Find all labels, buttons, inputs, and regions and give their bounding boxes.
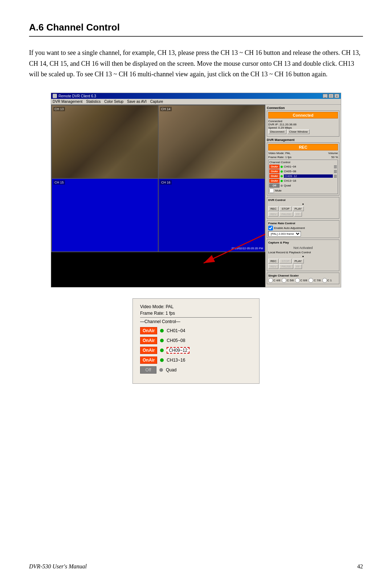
- play-ctrl-btn[interactable]: PLAY: [293, 206, 304, 211]
- menu-save-as-avi[interactable]: Save as AVI: [127, 100, 147, 104]
- dot-2: [281, 175, 283, 177]
- menu-capture[interactable]: Capture: [150, 100, 163, 104]
- dvr-ip-row: DVR IP: 211.20.36.66: [268, 123, 338, 126]
- window-title: Remote DVR Client 6.3: [58, 94, 96, 98]
- scaler-options: C 4/8 C 5/8 C 6/8 C 7/8: [268, 278, 338, 283]
- close-button[interactable]: ×: [334, 94, 339, 98]
- mute-checkbox[interactable]: [269, 188, 274, 193]
- ch-label-2: CH09~12: [284, 174, 333, 178]
- mag-off-4[interactable]: Off: [140, 366, 156, 374]
- ch-label-0: CH01~04: [284, 165, 333, 168]
- channel-row-1: OnAir CH05~08: [269, 169, 337, 173]
- page-footer: DVR-530 User's Manual 42: [29, 563, 363, 570]
- local-ff-btn[interactable]: FF: [294, 264, 302, 269]
- pause-ctrl-btn[interactable]: PAUSE: [279, 212, 293, 217]
- stop-ctrl-btn[interactable]: STOP: [279, 206, 292, 211]
- scaler-label-2: C 6/8: [300, 279, 307, 282]
- scaler-label-3: C 7/8: [314, 279, 320, 282]
- mag-onair-0[interactable]: OnAir: [140, 327, 157, 334]
- mag-video-mode: Video Mode: PAL: [140, 304, 252, 309]
- onair-btn-3[interactable]: OnAir: [269, 179, 279, 183]
- mag-ch-label-4: Quad: [166, 367, 176, 372]
- mag-onair-3[interactable]: OnAir: [140, 357, 157, 364]
- dvr-window: Remote DVR Client 6.3 _ □ × DVR Manageme…: [51, 93, 341, 287]
- mag-dot-4: [159, 368, 163, 372]
- connection-buttons: Disconnect Close Window: [268, 129, 338, 134]
- magnified-callout: Video Mode: PAL Frame Rate: 1 fps —Chann…: [132, 298, 260, 384]
- menu-color-setup[interactable]: Color Setup: [104, 100, 123, 104]
- scaler-radio-4[interactable]: [322, 278, 327, 283]
- connection-status-text: Connected: [268, 120, 338, 123]
- minimize-button[interactable]: _: [323, 94, 328, 98]
- volume-value: 50 %: [331, 156, 338, 159]
- video-cell-ch13[interactable]: CH 13: [52, 105, 158, 178]
- rec-ctrl-btn[interactable]: REC: [268, 206, 279, 211]
- video-cell-ch15[interactable]: CH 15: [52, 179, 158, 251]
- local-pause-btn[interactable]: PAUSE: [279, 264, 293, 269]
- menu-statistics[interactable]: Statistics: [86, 100, 101, 104]
- video-mode-text: Video Mode: PAL: [268, 152, 291, 155]
- mag-channel-row-0: OnAir CH01~04: [140, 327, 252, 334]
- off-btn-4[interactable]: Off: [269, 184, 279, 188]
- dvr-ip-label: DVR IP:: [268, 123, 279, 126]
- scaler-radio-3[interactable]: [309, 278, 313, 283]
- page-title: A.6 Channel Control: [29, 22, 363, 37]
- ch-label-4: Quad: [284, 184, 337, 187]
- rec-button[interactable]: REC: [268, 144, 338, 150]
- ch13-label: CH 13: [53, 107, 65, 111]
- scaler-label-1: C 5/8: [287, 279, 294, 282]
- scaler-option-3[interactable]: C 7/8: [309, 278, 320, 283]
- local-play-btn[interactable]: PLAY: [293, 259, 304, 263]
- scaler-option-0[interactable]: C 4/8: [268, 278, 280, 283]
- ch15-label: CH 15: [53, 180, 65, 185]
- speed-row: Speed: 0.29 Mbps: [268, 126, 338, 129]
- scaler-option-2[interactable]: C 6/8: [295, 278, 307, 283]
- dvr-control-panel: DVR Control ● REC STOP PLAY REV PAUSE FF: [267, 197, 339, 219]
- scaler-radio-0[interactable]: [268, 278, 273, 283]
- connected-status: Connected: [268, 112, 338, 118]
- screenshot-container: Remote DVR Client 6.3 _ □ × DVR Manageme…: [51, 93, 341, 287]
- disconnect-button[interactable]: Disconnect: [268, 129, 286, 134]
- mag-onair-2[interactable]: OnAir: [140, 347, 157, 354]
- dvr-menubar: DVR Management Statistics Color Setup Sa…: [51, 99, 341, 105]
- titlebar-controls[interactable]: _ □ ×: [323, 94, 339, 98]
- local-stop-btn[interactable]: STOP: [279, 259, 292, 263]
- mag-dot-1: [160, 339, 164, 342]
- video-cell-ch14[interactable]: CH 14: [159, 105, 265, 178]
- frame-rate-select[interactable]: [PAL] 2.003 frames/sec: [268, 231, 301, 237]
- scaler-option-4[interactable]: C 1: [322, 278, 332, 283]
- speed-value: 0.29 Mbps: [278, 126, 292, 129]
- onair-btn-2[interactable]: OnAir: [269, 174, 279, 178]
- maximize-button[interactable]: □: [328, 94, 334, 98]
- local-ctrl-row2: REV PAUSE FF: [268, 264, 338, 269]
- mag-dot-3: [160, 358, 164, 362]
- dot-3: [281, 180, 283, 182]
- dvr-management-panel: REC Video Mode: PAL Volume Frame Rate: 1…: [267, 142, 339, 196]
- dvr-ip-value: 211.20.36.66: [279, 123, 297, 126]
- titlebar-left: Remote DVR Client 6.3: [53, 94, 96, 98]
- frame-rate-control-panel: Frame Rate Control Enable Auto Adjustmen…: [267, 220, 339, 238]
- scaler-radio-1[interactable]: [282, 278, 286, 283]
- close-window-button[interactable]: Close Window: [287, 129, 310, 134]
- channel-row-3: OnAir CH13~16: [269, 179, 337, 183]
- video-cell-ch16[interactable]: CH 16 2005/02/22 05:05:35 PM: [159, 179, 265, 251]
- enable-auto-row: Enable Auto Adjustment: [268, 226, 338, 230]
- slider-2: [334, 175, 337, 178]
- enable-auto-checkbox[interactable]: [268, 226, 273, 230]
- ff-ctrl-btn[interactable]: FF: [294, 212, 302, 217]
- rev-ctrl-btn[interactable]: REV: [268, 212, 278, 217]
- dvr-titlebar: Remote DVR Client 6.3 _ □ ×: [51, 93, 341, 99]
- local-rec-btn[interactable]: REC: [268, 259, 279, 263]
- local-rev-btn[interactable]: REV: [268, 264, 278, 269]
- scaler-radio-2[interactable]: [295, 278, 300, 283]
- mag-onair-1[interactable]: OnAir: [140, 337, 157, 344]
- menu-dvr-management[interactable]: DVR Management: [53, 100, 82, 104]
- mag-section-title: —Channel Control—: [140, 317, 252, 324]
- mag-channel-row-1: OnAir CH05~08: [140, 337, 252, 344]
- onair-btn-0[interactable]: OnAir: [269, 165, 279, 169]
- onair-btn-1[interactable]: OnAir: [269, 169, 279, 173]
- mute-row: Mute: [269, 188, 337, 193]
- dvr-control-label: DVR Control: [268, 198, 338, 202]
- scaler-option-1[interactable]: C 5/8: [282, 278, 294, 283]
- ch16-label: CH 16: [160, 180, 172, 185]
